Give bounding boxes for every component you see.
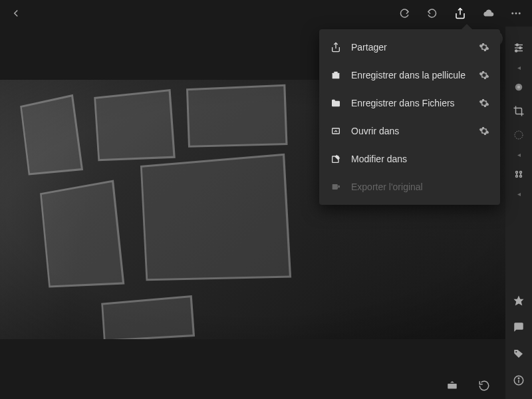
gear-icon[interactable] — [479, 70, 489, 80]
svg-point-9 — [516, 44, 518, 46]
gear-icon[interactable] — [479, 42, 489, 53]
bottom-bar — [0, 372, 505, 399]
menu-item-label: Ouvrir dans — [351, 126, 469, 136]
svg-rect-29 — [332, 73, 340, 79]
menu-item-label: Exporter l'original — [351, 182, 489, 192]
top-bar — [0, 0, 532, 27]
top-bar-right — [396, 5, 524, 21]
svg-point-25 — [518, 378, 519, 379]
right-sidebar: ◂ ◂ ◂ — [505, 27, 532, 399]
collapse-chevron-icon[interactable]: ◂ — [517, 64, 521, 71]
gear-icon[interactable] — [479, 98, 489, 108]
svg-rect-30 — [334, 72, 337, 74]
tag-icon[interactable] — [511, 346, 527, 362]
menu-item-label: Enregistrer dans la pellicule — [351, 70, 469, 80]
info-icon[interactable] — [511, 372, 527, 388]
svg-point-13 — [517, 86, 521, 89]
healing-brush-icon[interactable] — [511, 79, 527, 95]
crop-icon[interactable] — [511, 103, 527, 119]
menu-item-export-original: Exporter l'original — [319, 173, 500, 201]
edit-in-icon — [330, 153, 342, 165]
menu-item-label: Modifier dans — [351, 154, 489, 164]
camera-roll-icon — [330, 69, 342, 81]
radial-gradient-icon[interactable] — [511, 127, 527, 143]
gear-icon[interactable] — [479, 126, 489, 136]
share-icon — [330, 41, 342, 53]
menu-item-save-to-roll[interactable]: Enregistrer dans la pellicule — [319, 61, 500, 89]
svg-rect-26 — [448, 384, 457, 389]
top-bar-left — [8, 5, 24, 21]
svg-point-3 — [519, 13, 521, 15]
cloud-sync-icon[interactable] — [480, 5, 496, 21]
svg-point-16 — [520, 172, 522, 174]
reset-icon[interactable] — [476, 378, 492, 394]
svg-marker-27 — [450, 381, 454, 382]
menu-item-edit-in[interactable]: Modifier dans — [319, 145, 500, 173]
svg-point-1 — [511, 13, 513, 15]
svg-point-10 — [519, 47, 521, 49]
menu-item-label: Partager — [351, 42, 469, 53]
filmstrip-toggle-icon[interactable] — [444, 378, 460, 394]
back-button[interactable] — [8, 5, 24, 21]
adjust-sliders-icon[interactable] — [511, 40, 527, 56]
svg-point-22 — [515, 351, 517, 352]
share-button[interactable] — [452, 5, 468, 21]
collapse-chevron-icon[interactable]: ◂ — [517, 151, 521, 158]
svg-point-2 — [515, 13, 517, 15]
comment-icon[interactable] — [511, 319, 527, 335]
svg-point-17 — [516, 176, 518, 178]
menu-item-save-to-files[interactable]: Enregistrer dans Fichiers — [319, 89, 500, 117]
menu-item-open-in[interactable]: Ouvrir dans — [319, 117, 500, 145]
svg-marker-21 — [514, 296, 524, 306]
share-dropdown-menu: Partager Enregistrer dans la pellicule E… — [319, 29, 500, 205]
svg-point-15 — [516, 172, 518, 174]
open-in-icon — [330, 125, 342, 137]
menu-item-share[interactable]: Partager — [319, 33, 500, 61]
svg-rect-33 — [332, 184, 338, 190]
folder-icon — [330, 97, 342, 109]
svg-point-11 — [515, 50, 517, 52]
presets-icon[interactable] — [511, 166, 527, 182]
redo-button[interactable] — [396, 5, 412, 21]
star-rating-icon[interactable] — [511, 293, 527, 309]
collapse-chevron-icon[interactable]: ◂ — [517, 190, 521, 198]
svg-point-14 — [515, 131, 523, 139]
svg-point-18 — [520, 176, 522, 178]
undo-button[interactable] — [424, 5, 440, 21]
more-options-button[interactable] — [508, 5, 524, 21]
menu-item-label: Enregistrer dans Fichiers — [351, 98, 469, 108]
export-icon — [330, 181, 342, 193]
